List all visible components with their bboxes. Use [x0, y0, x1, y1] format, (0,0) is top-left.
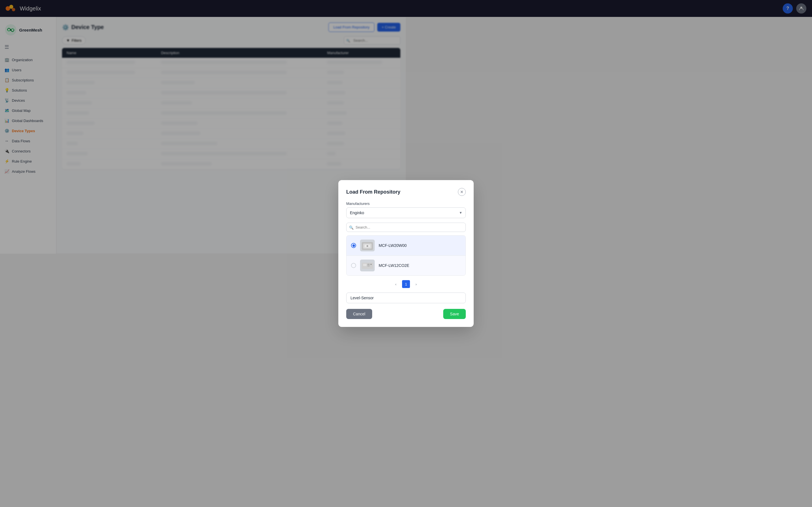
- device-image-mcf-lw20w00: [360, 239, 375, 251]
- manufacturers-label: Manufacturers: [346, 202, 406, 206]
- device-radio-selected[interactable]: [351, 243, 356, 248]
- svg-point-9: [367, 245, 368, 247]
- device-search-wrapper: 🔍: [346, 223, 406, 232]
- device-search-input[interactable]: [346, 223, 406, 232]
- manufacturer-select[interactable]: Enginko Greenmesh Avalensi: [346, 208, 406, 218]
- device-name-mcf-lw20w00: MCF-LW20W00: [379, 243, 406, 248]
- manufacturer-select-wrapper: Enginko Greenmesh Avalensi ▼: [346, 208, 406, 218]
- load-from-repo-modal: Load From Repository ✕ Manufacturers Eng…: [338, 180, 406, 253]
- modal-title: Load From Repository: [346, 189, 400, 195]
- modal-header: Load From Repository ✕: [346, 188, 406, 196]
- device-list: MCF-LW20W00 MCF-LW12CO2E: [346, 235, 406, 253]
- device-item-mcf-lw20w00[interactable]: MCF-LW20W00: [346, 236, 406, 253]
- device-thumbnail-icon: [360, 240, 374, 251]
- device-search-icon: 🔍: [349, 225, 354, 229]
- modal-overlay[interactable]: Load From Repository ✕ Manufacturers Eng…: [0, 0, 406, 253]
